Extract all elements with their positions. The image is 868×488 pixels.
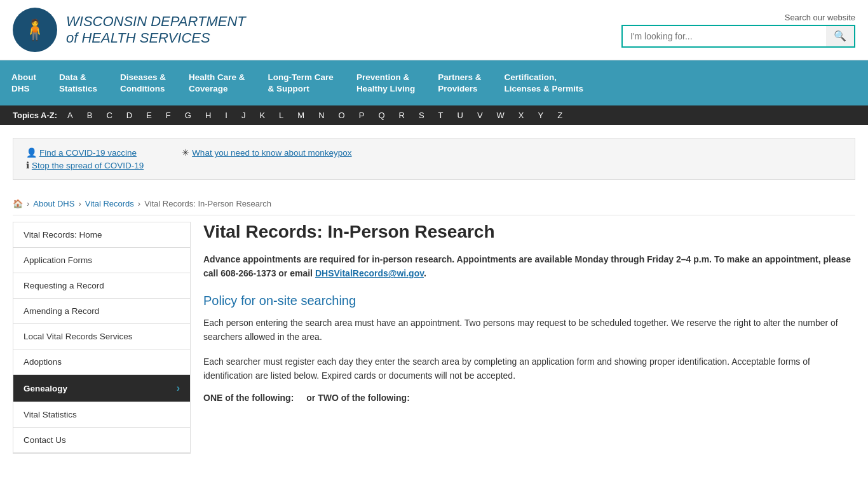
topic-e[interactable]: E (142, 105, 156, 125)
sidebar-application-forms[interactable]: Application Forms (13, 248, 190, 273)
sidebar-amending-record[interactable]: Amending a Record (13, 299, 190, 324)
email-suffix: . (424, 268, 426, 278)
page-title: Vital Records: In-Person Research (203, 222, 855, 242)
sidebar-item-label: Contact Us (24, 435, 66, 445)
breadcrumb: 🏠 › About DHS › Vital Records › Vital Re… (0, 193, 868, 215)
sidebar-item-label: Amending a Record (24, 306, 99, 316)
stop-covid-link[interactable]: Stop the spread of COVID-19 (32, 161, 144, 170)
site-header: 🧍 WISCONSIN DEPARTMENT of HEALTH SERVICE… (0, 0, 868, 60)
sidebar-item-label: Genealogy (24, 384, 67, 393)
alert-bar: 👤 Find a COVID-19 vaccine ℹ Stop the spr… (13, 138, 855, 180)
sidebar-genealogy[interactable]: Genealogy › (13, 375, 190, 402)
id-columns: ONE of the following: or TWO of the foll… (203, 393, 855, 408)
sidebar-item-label: Application Forms (24, 255, 92, 265)
breadcrumb-sep-3: › (138, 199, 140, 208)
topic-v[interactable]: V (473, 105, 487, 125)
sidebar-adoptions[interactable]: Adoptions (13, 349, 190, 375)
col-one: ONE of the following: (203, 393, 294, 408)
topic-i[interactable]: I (221, 105, 231, 125)
alert-monkeypox: ✳ What you need to know about monkeypox (182, 147, 351, 158)
alert-stop-covid: ℹ Stop the spread of COVID-19 (26, 160, 144, 170)
search-button[interactable]: 🔍 (826, 26, 854, 46)
topic-k[interactable]: K (255, 105, 269, 125)
col-one-header: ONE of the following: (203, 393, 294, 403)
logo-figure: 🧍 (22, 18, 48, 42)
alert-covid-vaccine: 👤 Find a COVID-19 vaccine (26, 147, 144, 158)
topic-z[interactable]: Z (553, 105, 566, 125)
sidebar-item-label: Vital Statistics (24, 410, 77, 419)
breadcrumb-vital-records[interactable]: Vital Records (85, 199, 134, 208)
topic-j[interactable]: J (238, 105, 250, 125)
col-two-header: or TWO of the following: (306, 393, 410, 403)
org-name-of: of (66, 30, 78, 46)
nav-prevention[interactable]: Prevention &Healthy Living (345, 60, 426, 105)
intro-strong: Advance appointments are required for in… (203, 254, 851, 278)
policy-p2: Each searcher must register each day the… (203, 355, 855, 383)
sidebar-vital-statistics[interactable]: Vital Statistics (13, 402, 190, 428)
topic-h[interactable]: H (201, 105, 215, 125)
sidebar-item-label: Adoptions (24, 357, 62, 367)
sidebar-local-vital-records[interactable]: Local Vital Records Services (13, 324, 190, 349)
logo-area: 🧍 WISCONSIN DEPARTMENT of HEALTH SERVICE… (13, 8, 246, 52)
breadcrumb-about-dhs[interactable]: About DHS (33, 199, 74, 208)
sidebar-requesting-record[interactable]: Requesting a Record (13, 273, 190, 299)
nav-data-statistics[interactable]: Data &Statistics (48, 60, 109, 105)
topic-a[interactable]: A (64, 105, 77, 125)
search-box: 🔍 (621, 25, 855, 48)
sidebar-contact-us[interactable]: Contact Us (13, 428, 190, 453)
topic-c[interactable]: C (102, 105, 116, 125)
nav-diseases-conditions[interactable]: Diseases &Conditions (109, 60, 177, 105)
stop-covid-icon: ℹ (26, 160, 29, 170)
nav-about-dhs[interactable]: AboutDHS (0, 60, 48, 105)
intro-text-content: Advance appointments are required for in… (203, 254, 851, 278)
monkeypox-link[interactable]: What you need to know about monkeypox (192, 148, 351, 158)
alert-col-right: ✳ What you need to know about monkeypox (182, 147, 351, 170)
covid-vaccine-link[interactable]: Find a COVID-19 vaccine (39, 148, 137, 158)
topics-bar: Topics A-Z: A B C D E F G H I J K L M N … (0, 105, 868, 125)
policy-p1: Each person entering the search area mus… (203, 316, 855, 344)
logo-circle: 🧍 (13, 8, 57, 52)
topic-m[interactable]: M (294, 105, 308, 125)
org-name-text: WISCONSIN DEPARTMENT of HEALTH SERVICES (66, 13, 246, 47)
topic-q[interactable]: Q (374, 105, 388, 125)
topics-label: Topics A-Z: (13, 105, 57, 125)
main-content: Vital Records: In-Person Research Advanc… (203, 222, 855, 454)
topic-g[interactable]: G (181, 105, 195, 125)
nav-partners[interactable]: Partners &Providers (426, 60, 492, 105)
org-name-line1: WISCONSIN DEPARTMENT (66, 13, 246, 29)
nav-long-term-care[interactable]: Long-Term Care& Support (257, 60, 345, 105)
topic-y[interactable]: Y (534, 105, 548, 125)
nav-health-care[interactable]: Health Care &Coverage (177, 60, 257, 105)
search-area: Search our website 🔍 (621, 13, 855, 48)
search-input[interactable] (623, 26, 826, 46)
topic-o[interactable]: O (335, 105, 349, 125)
breadcrumb-sep-2: › (78, 199, 81, 208)
topic-r[interactable]: R (395, 105, 409, 125)
topic-f[interactable]: F (162, 105, 175, 125)
topic-n[interactable]: N (315, 105, 328, 125)
sidebar-item-label: Requesting a Record (24, 281, 104, 290)
breadcrumb-home[interactable]: 🏠 (13, 199, 23, 208)
topic-u[interactable]: U (454, 105, 467, 125)
topic-t[interactable]: T (435, 105, 447, 125)
topic-l[interactable]: L (275, 105, 287, 125)
intro-paragraph: Advance appointments are required for in… (203, 252, 855, 281)
topic-b[interactable]: B (83, 105, 97, 125)
topic-p[interactable]: P (355, 105, 369, 125)
home-icon: 🏠 (13, 199, 23, 208)
breadcrumb-sep-1: › (27, 199, 29, 208)
email-link[interactable]: DHSVitalRecords@wi.gov (315, 268, 424, 278)
topic-d[interactable]: D (123, 105, 136, 125)
org-name-line2: HEALTH SERVICES (81, 30, 210, 46)
topic-w[interactable]: W (493, 105, 508, 125)
sidebar: Vital Records: Home Application Forms Re… (13, 222, 191, 454)
nav-certification[interactable]: Certification,Licenses & Permits (492, 60, 595, 105)
monkeypox-icon: ✳ (182, 147, 189, 158)
org-name: WISCONSIN DEPARTMENT of HEALTH SERVICES (66, 13, 246, 47)
breadcrumb-current: Vital Records: In-Person Research (144, 199, 271, 208)
topic-x[interactable]: X (515, 105, 528, 125)
policy-title: Policy for on-site searching (203, 294, 855, 308)
topic-s[interactable]: S (415, 105, 428, 125)
sidebar-vital-records-home[interactable]: Vital Records: Home (13, 222, 190, 248)
main-nav: AboutDHS Data &Statistics Diseases &Cond… (0, 60, 868, 105)
